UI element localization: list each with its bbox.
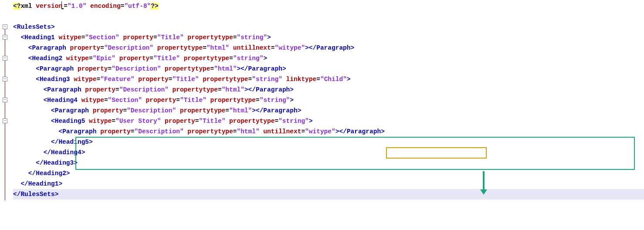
code-line: <Heading5 witype="User Story" property="… xyxy=(13,116,644,126)
code-line: </Heading5> xyxy=(13,137,644,147)
code-line: <Paragraph property="Description" proper… xyxy=(13,85,644,95)
code-line: <?xml version="1.0" encoding="utf-8"?> xyxy=(13,1,644,11)
code-line: </Heading1> xyxy=(13,179,644,189)
code-line: </Heading4> xyxy=(13,147,644,158)
code-line: <Heading3 witype="Feature" property="Tit… xyxy=(13,74,644,85)
fold-toggle-icon[interactable]: - xyxy=(3,24,7,29)
fold-toggle-icon[interactable]: - xyxy=(3,56,7,61)
fold-toggle-icon[interactable]: - xyxy=(3,35,7,40)
code-line xyxy=(13,11,644,22)
code-line: </RulesSets> xyxy=(13,189,644,200)
code-editor[interactable]: ------ <?xml version="1.0" encoding="utf… xyxy=(0,0,644,200)
code-line: <Paragraph property="Description" proper… xyxy=(13,126,644,137)
code-line: </Heading3> xyxy=(13,158,644,168)
code-line: <Paragraph property="Description" proper… xyxy=(13,64,644,74)
code-line: <Heading4 witype="Section" property="Tit… xyxy=(13,95,644,105)
fold-toggle-icon[interactable]: - xyxy=(3,98,7,102)
code-line: <RulesSets> xyxy=(13,22,644,32)
fold-gutter: ------ xyxy=(0,0,10,200)
fold-toggle-icon[interactable]: - xyxy=(3,77,7,81)
fold-toggle-icon[interactable]: - xyxy=(3,118,7,123)
code-line: <Paragraph property="Description" proper… xyxy=(13,43,644,53)
code-line: <Heading2 witype="Epic" property="Title"… xyxy=(13,53,644,64)
code-line: </Heading2> xyxy=(13,168,644,179)
code-line: <Paragraph property="Description" proper… xyxy=(13,105,644,116)
code-area[interactable]: <?xml version="1.0" encoding="utf-8"?> <… xyxy=(10,0,644,200)
code-line: <Heading1 witype="Section" property="Tit… xyxy=(13,32,644,43)
